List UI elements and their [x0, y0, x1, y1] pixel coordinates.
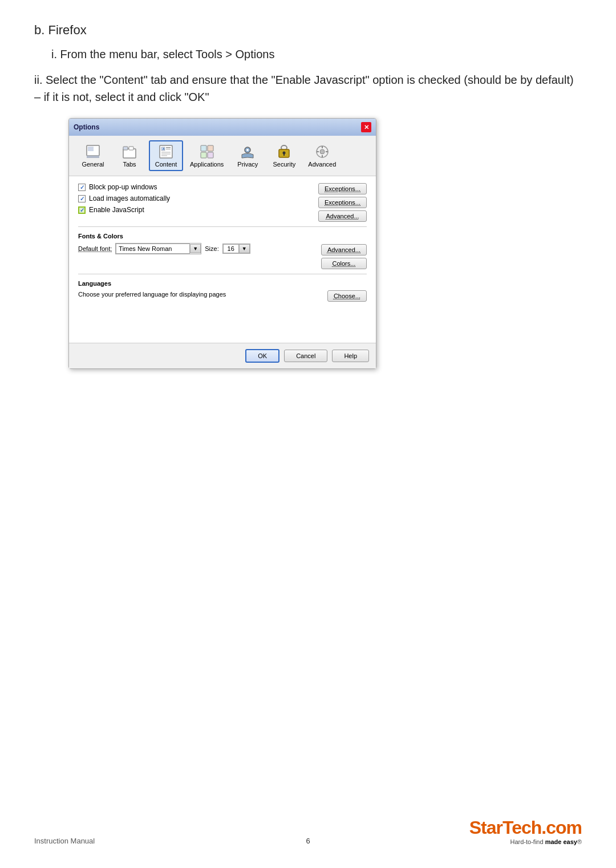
checkbox-enable-js[interactable] [78, 206, 86, 214]
checkbox-left-images: Load images automatically [78, 194, 170, 202]
divider-1 [78, 226, 367, 227]
general-icon [85, 144, 101, 160]
dialog-titlebar: Options ✕ [69, 119, 376, 136]
page-number: 6 [306, 837, 310, 845]
default-font-label: Default font: [78, 245, 112, 252]
font-value: Times New Roman [116, 244, 190, 254]
heading-i: i. From the menu bar, select Tools > Opt… [51, 48, 582, 61]
tab-advanced[interactable]: Advanced [303, 141, 341, 170]
security-icon [276, 144, 292, 160]
startech-tagline: Hard-to-find made easy® [510, 838, 582, 845]
size-label: Size: [205, 245, 218, 252]
tab-content[interactable]: A Content [149, 140, 183, 171]
checkboxes-left: Block pop-up windows Load images automat… [78, 183, 318, 217]
svg-rect-23 [283, 153, 285, 156]
tab-content-label: Content [155, 161, 177, 168]
checkbox-row-js: Enable JavaScript [78, 206, 318, 214]
fonts-buttons: Advanced... Colors... [321, 243, 367, 269]
size-value: 16 [223, 244, 239, 253]
fonts-controls: Default font: Times New Roman ▼ Size: 16… [78, 243, 250, 257]
languages-label: Languages [78, 280, 367, 287]
checkbox-block-popup-label: Block pop-up windows [89, 183, 157, 191]
checkbox-enable-js-label: Enable JavaScript [89, 206, 144, 214]
checkbox-left-popup: Block pop-up windows [78, 183, 157, 191]
fonts-section-label: Fonts & Colors [78, 233, 367, 240]
tab-general-label: General [82, 161, 104, 168]
privacy-icon [240, 144, 256, 160]
dialog-close-button[interactable]: ✕ [361, 122, 371, 132]
tab-security[interactable]: Security [267, 141, 301, 170]
fonts-advanced-button[interactable]: Advanced... [321, 244, 367, 255]
heading-ii: ii. Select the "Content" tab and ensure … [34, 71, 582, 106]
svg-point-25 [320, 149, 325, 154]
exceptions-button-1[interactable]: Exceptions... [318, 183, 367, 194]
tab-applications-label: Applications [190, 161, 224, 168]
checkbox-load-images[interactable] [78, 195, 86, 202]
svg-rect-2 [87, 156, 99, 158]
svg-rect-4 [123, 147, 128, 150]
languages-row: Choose your preferred language for displ… [78, 290, 367, 302]
instruction-manual-label: Instruction Manual [34, 837, 95, 845]
checkbox-row-images: Load images automatically [78, 194, 318, 202]
tab-security-label: Security [273, 161, 295, 168]
svg-rect-17 [208, 152, 213, 158]
content-icon: A [158, 144, 174, 160]
checkbox-load-images-label: Load images automatically [89, 194, 170, 202]
startech-logo: StarTech.com Hard-to-find made easy® [469, 817, 582, 845]
exceptions-button-2[interactable]: Exceptions... [318, 197, 367, 208]
fonts-row: Default font: Times New Roman ▼ Size: 16… [78, 243, 250, 254]
tab-advanced-label: Advanced [308, 161, 336, 168]
tab-tabs-label: Tabs [123, 161, 136, 168]
tab-privacy[interactable]: Privacy [230, 141, 265, 170]
startech-bold: made easy [545, 838, 577, 845]
checkboxes-section: Block pop-up windows Load images automat… [78, 183, 367, 222]
startech-brand: StarTech [469, 817, 542, 838]
size-dropdown[interactable]: ▼ [239, 244, 250, 253]
side-buttons: Exceptions... Exceptions... Advanced... [318, 183, 367, 222]
languages-section: Languages Choose your preferred language… [78, 280, 367, 302]
fonts-section: Fonts & Colors Default font: Times New R… [78, 233, 367, 269]
tab-general[interactable]: General [76, 141, 110, 170]
font-dropdown[interactable]: ▼ [190, 244, 201, 253]
dialog-title: Options [74, 123, 99, 131]
startech-logo-text: StarTech.com [469, 817, 582, 838]
startech-dot: .com [541, 817, 582, 838]
tab-tabs[interactable]: Tabs [112, 141, 147, 170]
divider-2 [78, 274, 367, 274]
tabs-icon [121, 144, 137, 160]
ok-button[interactable]: OK [245, 349, 279, 363]
svg-rect-1 [88, 147, 94, 151]
svg-point-19 [246, 149, 249, 151]
options-dialog: Options ✕ General [68, 118, 376, 369]
heading-b: b. Firefox [34, 23, 582, 38]
help-button[interactable]: Help [332, 350, 369, 362]
advanced-icon [314, 144, 330, 160]
svg-text:A: A [163, 147, 165, 151]
svg-rect-5 [129, 147, 133, 150]
dialog-footer: OK Cancel Help [69, 343, 376, 368]
spacer [78, 302, 367, 336]
svg-rect-16 [201, 152, 206, 158]
checkbox-block-popup[interactable] [78, 184, 86, 191]
applications-icon [199, 144, 215, 160]
checkbox-left-js: Enable JavaScript [78, 206, 144, 214]
languages-desc: Choose your preferred language for displ… [78, 291, 226, 298]
advanced-button-1[interactable]: Advanced... [318, 210, 367, 222]
svg-rect-15 [208, 145, 213, 151]
tab-privacy-label: Privacy [237, 161, 258, 168]
checkbox-row-popup: Block pop-up windows [78, 183, 318, 191]
colors-button[interactable]: Colors... [321, 258, 367, 269]
dialog-wrapper: Options ✕ General [68, 118, 582, 369]
dialog-body: Block pop-up windows Load images automat… [69, 176, 376, 343]
svg-rect-14 [201, 145, 206, 151]
tab-applications[interactable]: Applications [185, 141, 228, 170]
cancel-button[interactable]: Cancel [284, 350, 327, 362]
toolbar: General Tabs [69, 136, 376, 176]
choose-button[interactable]: Choose... [327, 290, 367, 302]
